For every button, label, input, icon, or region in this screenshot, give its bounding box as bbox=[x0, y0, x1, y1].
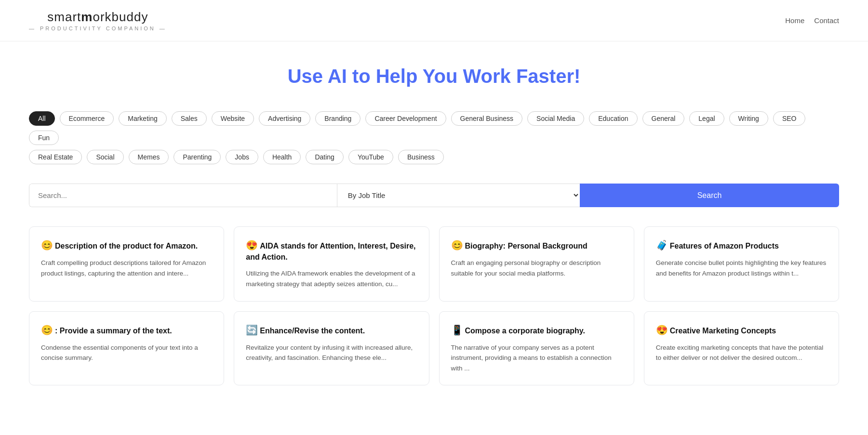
category-pill[interactable]: Legal bbox=[689, 111, 724, 126]
card-desc: The narrative of your company serves as … bbox=[451, 343, 622, 374]
category-pill[interactable]: Branding bbox=[315, 111, 361, 126]
hero-title-blue: Help You Work Faster! bbox=[376, 66, 581, 87]
card-title: 📱Compose a corporate biography. bbox=[451, 323, 622, 337]
category-pill[interactable]: Fun bbox=[29, 131, 59, 145]
header: smartmorkbuddy PRODUCTIVITY COMPANION Ho… bbox=[0, 0, 868, 41]
card-desc: Utilizing the AIDA framework enables the… bbox=[246, 268, 417, 289]
card-desc: Craft an engaging personal biography or … bbox=[451, 258, 622, 278]
card-emoji: 😊 bbox=[451, 240, 463, 250]
main-nav: Home Contact bbox=[785, 16, 839, 25]
category-pill[interactable]: Jobs bbox=[226, 150, 258, 164]
cards-grid: 😊Description of the product for Amazon. … bbox=[0, 217, 868, 405]
card-desc: Create exciting marketing concepts that … bbox=[656, 343, 827, 363]
card-emoji: 😊 bbox=[41, 240, 53, 250]
tool-card[interactable]: 📱Compose a corporate biography. The narr… bbox=[439, 311, 634, 386]
card-emoji: 🔄 bbox=[246, 325, 258, 335]
category-pill[interactable]: Memes bbox=[129, 150, 169, 164]
category-pill[interactable]: Social bbox=[87, 150, 123, 164]
tool-card[interactable]: 😊Biography: Personal Background Craft an… bbox=[439, 226, 634, 302]
nav-home[interactable]: Home bbox=[785, 16, 804, 25]
search-select[interactable]: By Job TitleBy CategoryBy Keyword bbox=[337, 184, 580, 207]
logo-text: smartmorkbuddy bbox=[47, 10, 148, 25]
hero-title-black: Use AI to bbox=[288, 66, 376, 87]
hero-title: Use AI to Help You Work Faster! bbox=[10, 66, 858, 87]
category-row-2: Real EstateSocialMemesParentingJobsHealt… bbox=[29, 150, 839, 164]
card-title: 😊: Provide a summary of the text. bbox=[41, 323, 212, 337]
category-pill[interactable]: YouTube bbox=[348, 150, 393, 164]
card-title: 😍Creative Marketing Concepts bbox=[656, 323, 827, 337]
categories-section: AllEcommerceMarketingSalesWebsiteAdverti… bbox=[0, 102, 868, 174]
card-emoji: 😍 bbox=[656, 325, 668, 335]
tool-card[interactable]: 🔄Enhance/Revise the content. Revitalize … bbox=[234, 311, 429, 386]
logo-subtitle: PRODUCTIVITY COMPANION bbox=[29, 26, 167, 31]
category-pill[interactable]: All bbox=[29, 111, 55, 126]
category-pill[interactable]: General Business bbox=[451, 111, 523, 126]
card-desc: Condense the essential components of you… bbox=[41, 343, 212, 363]
category-pill[interactable]: Website bbox=[212, 111, 254, 126]
card-title: 🧳Features of Amazon Products bbox=[656, 238, 827, 252]
nav-contact[interactable]: Contact bbox=[814, 16, 839, 25]
card-title: 🔄Enhance/Revise the content. bbox=[246, 323, 417, 337]
category-pill[interactable]: Parenting bbox=[174, 150, 221, 164]
category-pill[interactable]: Education bbox=[589, 111, 637, 126]
category-row-1: AllEcommerceMarketingSalesWebsiteAdverti… bbox=[29, 111, 839, 145]
category-pill[interactable]: Real Estate bbox=[29, 150, 82, 164]
tool-card[interactable]: 😍AIDA stands for Attention, Interest, De… bbox=[234, 226, 429, 302]
search-bar: By Job TitleBy CategoryBy Keyword Search bbox=[29, 184, 839, 207]
category-pill[interactable]: Advertising bbox=[259, 111, 310, 126]
category-pill[interactable]: General bbox=[642, 111, 685, 126]
tool-card[interactable]: 🧳Features of Amazon Products Generate co… bbox=[644, 226, 839, 302]
category-pill[interactable]: Ecommerce bbox=[60, 111, 114, 126]
card-emoji: 🧳 bbox=[656, 240, 668, 250]
card-title: 😍AIDA stands for Attention, Interest, De… bbox=[246, 238, 417, 263]
card-emoji: 😍 bbox=[246, 240, 258, 250]
tool-card[interactable]: 😊Description of the product for Amazon. … bbox=[29, 226, 224, 302]
logo: smartmorkbuddy PRODUCTIVITY COMPANION bbox=[29, 10, 167, 31]
category-pill[interactable]: Sales bbox=[172, 111, 207, 126]
card-emoji: 😊 bbox=[41, 325, 53, 335]
hero-section: Use AI to Help You Work Faster! bbox=[0, 41, 868, 102]
card-title: 😊Biography: Personal Background bbox=[451, 238, 622, 252]
card-desc: Revitalize your content by infusing it w… bbox=[246, 343, 417, 363]
category-pill[interactable]: Dating bbox=[306, 150, 343, 164]
card-desc: Generate concise bullet points highlight… bbox=[656, 258, 827, 278]
tool-card[interactable]: 😊: Provide a summary of the text. Conden… bbox=[29, 311, 224, 386]
category-pill[interactable]: Business bbox=[398, 150, 444, 164]
card-emoji: 📱 bbox=[451, 325, 463, 335]
category-pill[interactable]: Social Media bbox=[527, 111, 584, 126]
search-input[interactable] bbox=[29, 184, 337, 207]
card-title: 😊Description of the product for Amazon. bbox=[41, 238, 212, 252]
category-pill[interactable]: Writing bbox=[729, 111, 768, 126]
tool-card[interactable]: 😍Creative Marketing Concepts Create exci… bbox=[644, 311, 839, 386]
category-pill[interactable]: SEO bbox=[773, 111, 806, 126]
search-button[interactable]: Search bbox=[580, 184, 839, 207]
category-pill[interactable]: Marketing bbox=[119, 111, 166, 126]
category-pill[interactable]: Health bbox=[263, 150, 301, 164]
card-desc: Craft compelling product descriptions ta… bbox=[41, 258, 212, 278]
category-pill[interactable]: Career Development bbox=[365, 111, 446, 126]
